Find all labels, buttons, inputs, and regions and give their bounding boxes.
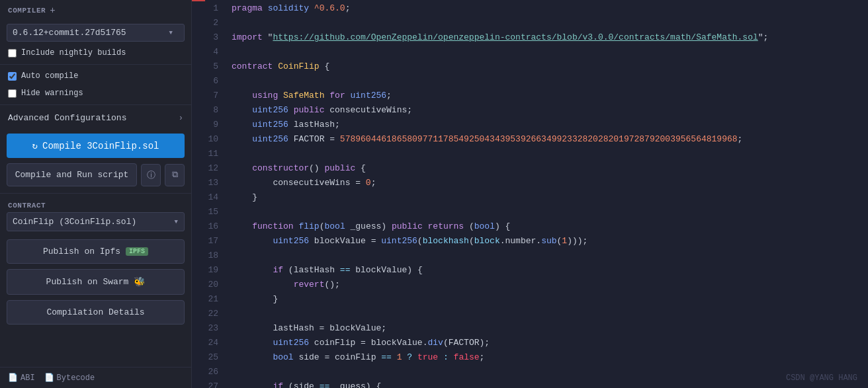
code-line: } [232, 190, 860, 205]
code-line [232, 45, 860, 59]
chevron-right-icon: › [179, 114, 183, 123]
line-number: 15 [197, 205, 218, 219]
line-number: 4 [197, 45, 218, 59]
code-line: bool side = coinFlip == 1 ? true : false… [232, 350, 860, 365]
line-number: 2 [197, 16, 218, 30]
line-number: 24 [197, 336, 218, 350]
advanced-config-label: Advanced Configurations [8, 113, 126, 123]
line-number: 23 [197, 321, 218, 336]
compile-button-label: Compile 3CoinFlip.sol [42, 141, 159, 151]
publish-ipfs-button[interactable]: Publish on Ipfs IPFS [7, 239, 185, 264]
line-number: 22 [197, 307, 218, 321]
compile-run-button[interactable]: Compile and Run script [7, 163, 137, 186]
abi-link[interactable]: 📄 ABI [8, 373, 35, 383]
bytecode-link[interactable]: 📄 Bytecode [44, 373, 95, 383]
auto-compile-checkbox[interactable] [8, 72, 17, 81]
code-line [232, 365, 860, 379]
hide-warnings-checkbox[interactable] [8, 89, 17, 98]
version-select-container: 0.6.12+commit.27d51765 [7, 24, 185, 42]
line-number: 9 [197, 118, 218, 132]
compilation-details-button[interactable]: Compilation Details [7, 300, 185, 325]
version-select-wrap: 0.6.12+commit.27d51765 [0, 21, 191, 44]
contract-select[interactable]: CoinFlip (3CoinFlip.sol) [7, 212, 185, 231]
line-number: 20 [197, 278, 218, 292]
code-line: pragma solidity ^0.6.0; [232, 1, 860, 16]
compiler-add-icon[interactable]: + [50, 5, 55, 16]
code-container[interactable]: 1234567891011121314151617181920212223242… [192, 0, 868, 388]
publish-swarm-button[interactable]: Publish on Swarm 🐝 [7, 269, 185, 295]
left-panel: COMPILER + 0.6.12+commit.27d51765 Includ… [0, 0, 192, 388]
compile-icon: ↻ [32, 140, 38, 151]
code-line [232, 16, 860, 30]
line-number: 1 [197, 1, 218, 16]
code-line: if (lastHash == blockValue) { [232, 263, 860, 278]
line-number: 13 [197, 176, 218, 190]
code-line [232, 74, 860, 89]
hide-warnings-label[interactable]: Hide warnings [21, 89, 83, 98]
line-number: 3 [197, 30, 218, 45]
code-line: constructor() public { [232, 161, 860, 176]
copy-button[interactable]: ⧉ [165, 164, 185, 186]
compilation-details-label: Compilation Details [46, 307, 144, 317]
auto-compile-label[interactable]: Auto compile [21, 71, 78, 81]
code-line: uint256 blockValue = uint256(blockhash(b… [232, 234, 860, 249]
hide-warnings-row: Hide warnings [0, 85, 191, 102]
code-line: function flip(bool _guess) public return… [232, 219, 860, 234]
line-number: 25 [197, 350, 218, 365]
code-line: import "https://github.com/OpenZeppelin/… [232, 30, 860, 45]
file-icon-abi: 📄 [8, 373, 18, 383]
code-line: uint256 lastHash; [232, 118, 860, 132]
compile-button[interactable]: ↻ Compile 3CoinFlip.sol [7, 134, 185, 158]
code-line [232, 147, 860, 161]
line-numbers: 1234567891011121314151617181920212223242… [192, 1, 224, 388]
bytecode-label: Bytecode [57, 373, 95, 383]
include-nightly-label[interactable]: Include nightly builds [21, 48, 126, 58]
line-number: 17 [197, 234, 218, 249]
file-icon-bytecode: 📄 [44, 373, 54, 383]
code-line [232, 249, 860, 263]
code-line: uint256 FACTOR = 57896044618658097711785… [232, 132, 860, 147]
contract-select-container: CoinFlip (3CoinFlip.sol) [0, 212, 191, 231]
code-line: consecutiveWins = 0; [232, 176, 860, 190]
code-line: } [232, 292, 860, 307]
bottom-bar: 📄 ABI 📄 Bytecode [0, 367, 191, 388]
abi-label: ABI [21, 373, 35, 383]
advanced-config-row[interactable]: Advanced Configurations › [0, 108, 191, 128]
publish-swarm-label: Publish on Swarm [46, 277, 129, 287]
version-select[interactable]: 0.6.12+commit.27d51765 [7, 24, 185, 42]
import-link[interactable]: https://github.com/OpenZeppelin/openzepp… [273, 32, 758, 42]
line-number: 12 [197, 161, 218, 176]
watermark: CSDN @YANG HANG [786, 373, 857, 383]
code-line [232, 307, 860, 321]
copy-icon: ⧉ [172, 170, 178, 180]
line-number: 10 [197, 132, 218, 147]
divider-3 [0, 193, 191, 194]
ipfs-badge: IPFS [126, 247, 148, 256]
compiler-header: COMPILER + [0, 0, 191, 21]
code-line: uint256 public consecutiveWins; [232, 103, 860, 118]
code-line: if (side == _guess) { [232, 379, 860, 388]
line-number: 14 [197, 190, 218, 205]
code-line: lastHash = blockValue; [232, 321, 860, 336]
include-nightly-checkbox[interactable] [8, 49, 17, 58]
code-line: using SafeMath for uint256; [232, 89, 860, 103]
line-number: 16 [197, 219, 218, 234]
line-number: 7 [197, 89, 218, 103]
code-line [232, 205, 860, 219]
info-icon: ⓘ [147, 169, 155, 181]
compile-run-label: Compile and Run script [15, 170, 129, 180]
line-number: 21 [197, 292, 218, 307]
line-number: 11 [197, 147, 218, 161]
divider-1 [0, 64, 191, 65]
line-number: 8 [197, 103, 218, 118]
line-number: 26 [197, 365, 218, 379]
line-number: 5 [197, 59, 218, 74]
info-button[interactable]: ⓘ [141, 164, 161, 186]
contract-label: CONTRACT [0, 196, 191, 212]
code-line: contract CoinFlip { [232, 59, 860, 74]
auto-compile-row: Auto compile [0, 67, 191, 85]
line-number: 19 [197, 263, 218, 278]
code-line: uint256 coinFlip = blockValue.div(FACTOR… [232, 336, 860, 350]
line-number: 27 [197, 379, 218, 388]
compile-run-row: Compile and Run script ⓘ ⧉ [0, 163, 191, 186]
